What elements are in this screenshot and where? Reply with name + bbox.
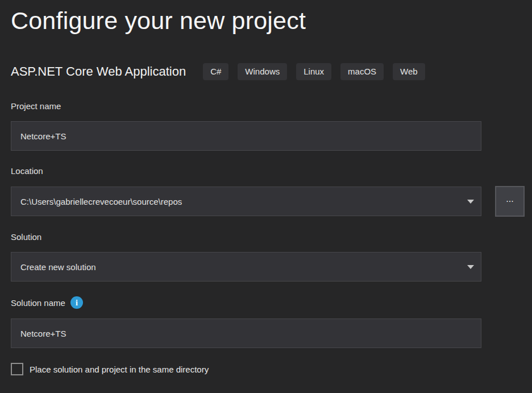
project-name-group: Project name: [11, 101, 481, 151]
page-title: Configure your new project: [11, 5, 532, 36]
template-tags: C# Windows Linux macOS Web: [203, 63, 425, 80]
project-name-input[interactable]: [11, 121, 481, 151]
configure-project-dialog: Configure your new project ASP.NET Core …: [0, 0, 532, 375]
same-directory-label[interactable]: Place solution and project in the same d…: [30, 365, 209, 374]
tag-linux: Linux: [296, 63, 331, 80]
tag-csharp: C#: [203, 63, 228, 80]
tag-web: Web: [393, 63, 425, 80]
solution-name-label-row: Solution name i: [11, 296, 481, 309]
solution-dropdown[interactable]: Create new solution: [11, 252, 481, 282]
template-name: ASP.NET Core Web Application: [11, 64, 186, 79]
location-input[interactable]: [11, 187, 481, 216]
location-label: Location: [11, 166, 481, 176]
same-directory-row: Place solution and project in the same d…: [11, 363, 532, 375]
browse-button[interactable]: ...: [495, 186, 525, 217]
tag-macos: macOS: [340, 63, 384, 80]
solution-dropdown-value[interactable]: Create new solution: [11, 252, 481, 282]
solution-group: Solution Create new solution: [11, 231, 481, 282]
template-row: ASP.NET Core Web Application C# Windows …: [11, 63, 532, 80]
same-directory-checkbox[interactable]: [11, 363, 23, 375]
solution-name-label: Solution name: [11, 297, 65, 308]
solution-label: Solution: [11, 231, 481, 242]
location-row: ...: [11, 186, 525, 217]
tag-windows: Windows: [238, 63, 287, 80]
location-combobox[interactable]: [11, 187, 481, 216]
project-name-label: Project name: [11, 101, 481, 111]
location-group: Location ...: [11, 166, 481, 217]
solution-name-input[interactable]: [11, 318, 481, 348]
solution-name-group: Solution name i: [11, 296, 481, 348]
info-icon[interactable]: i: [70, 296, 83, 309]
